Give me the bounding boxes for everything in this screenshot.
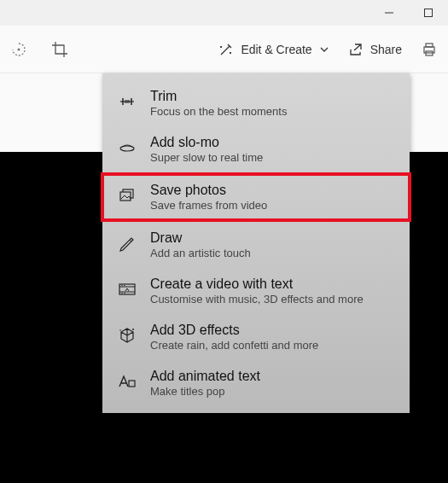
- draw-icon: [118, 234, 137, 253]
- menu-item-slomo[interactable]: Add slo-mo Super slow to real time: [102, 126, 410, 172]
- menu-item-title: Add 3D effects: [150, 323, 318, 338]
- menu-text: Add 3D effects Create rain, add confetti…: [150, 323, 318, 352]
- toolbar-right-group: Edit & Create Share: [218, 41, 438, 58]
- print-icon: [421, 41, 438, 58]
- menu-item-3d-effects[interactable]: Add 3D effects Create rain, add confetti…: [102, 314, 410, 360]
- menu-text: Draw Add an artistic touch: [150, 230, 251, 259]
- menu-item-desc: Focus on the best moments: [150, 105, 287, 118]
- edit-create-menu: Trim Focus on the best moments Add slo-m…: [102, 73, 410, 413]
- print-button[interactable]: [421, 41, 438, 58]
- cube-3d-icon: [118, 326, 137, 345]
- crop-button[interactable]: [51, 41, 68, 58]
- share-label: Share: [370, 43, 402, 56]
- menu-item-video-text[interactable]: Create a video with text Customise with …: [102, 268, 410, 314]
- chevron-down-icon: [319, 44, 329, 55]
- maximize-button[interactable]: [409, 0, 448, 26]
- svg-point-23: [132, 329, 134, 330]
- animated-text-icon: [118, 372, 137, 391]
- share-icon: [348, 42, 364, 57]
- svg-point-22: [124, 293, 125, 294]
- menu-item-save-photos[interactable]: Save photos Save frames from video: [101, 172, 411, 222]
- edit-create-button[interactable]: Edit & Create: [218, 42, 329, 57]
- menu-item-title: Draw: [150, 230, 251, 246]
- menu-item-title: Save photos: [150, 183, 267, 198]
- menu-item-desc: Add an artistic touch: [150, 247, 251, 259]
- menu-text: Save photos Save frames from video: [150, 183, 267, 212]
- video-text-icon: [118, 280, 137, 299]
- menu-item-desc: Super slow to real time: [150, 151, 263, 164]
- menu-text: Create a video with text Customise with …: [150, 276, 364, 306]
- toolbar-left-group: [10, 41, 68, 58]
- svg-point-20: [124, 285, 125, 286]
- svg-rect-25: [129, 381, 135, 387]
- window-controls: [369, 0, 448, 26]
- menu-item-title: Add animated text: [150, 369, 260, 384]
- menu-item-desc: Make titles pop: [150, 385, 260, 398]
- svg-point-2: [18, 48, 20, 50]
- trim-icon: [118, 92, 137, 111]
- svg-rect-1: [425, 9, 433, 17]
- menu-item-animated-text[interactable]: Add animated text Make titles pop: [102, 360, 410, 406]
- rotate-icon: [10, 41, 27, 58]
- edit-create-label: Edit & Create: [241, 43, 311, 56]
- minimize-button[interactable]: [369, 0, 409, 26]
- svg-point-24: [119, 329, 121, 331]
- svg-point-19: [121, 285, 122, 286]
- toolbar: Edit & Create Share: [0, 26, 448, 73]
- slomo-icon: [118, 138, 137, 157]
- menu-text: Trim Focus on the best moments: [150, 89, 287, 118]
- rotate-button[interactable]: [10, 41, 27, 58]
- svg-point-21: [121, 293, 122, 294]
- title-bar: [0, 0, 448, 26]
- menu-item-desc: Create rain, add confetti and more: [150, 339, 318, 352]
- menu-item-desc: Save frames from video: [150, 199, 267, 212]
- menu-text: Add slo-mo Super slow to real time: [150, 135, 263, 164]
- menu-item-title: Create a video with text: [150, 276, 364, 292]
- menu-item-title: Add slo-mo: [150, 135, 263, 150]
- share-button[interactable]: Share: [348, 42, 402, 57]
- menu-item-desc: Customise with music, 3D effects and mor…: [150, 293, 364, 306]
- menu-item-draw[interactable]: Draw Add an artistic touch: [102, 222, 410, 268]
- menu-item-title: Trim: [150, 89, 287, 104]
- menu-item-trim[interactable]: Trim Focus on the best moments: [102, 80, 410, 126]
- menu-text: Add animated text Make titles pop: [150, 369, 260, 398]
- save-photos-icon: [118, 186, 137, 205]
- svg-rect-4: [426, 44, 433, 47]
- magic-wand-icon: [218, 42, 234, 57]
- crop-icon: [51, 41, 68, 58]
- svg-line-15: [130, 240, 131, 242]
